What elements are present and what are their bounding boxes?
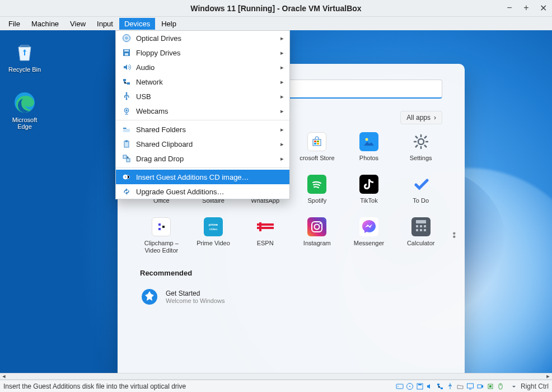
all-apps-button[interactable]: All apps›: [400, 111, 442, 124]
menu-devices[interactable]: Devices: [119, 18, 155, 30]
photos-icon: [359, 132, 378, 151]
instagram-icon: [307, 217, 326, 236]
menuitem-floppy-drives[interactable]: Floppy Drives▸: [116, 45, 289, 60]
submenu-arrow-icon: ▸: [280, 49, 284, 57]
desktop-icon-recycle-bin[interactable]: Recycle Bin: [4, 40, 45, 73]
svg-rect-61: [437, 384, 439, 385]
status-harddisk-icon[interactable]: [396, 382, 404, 390]
menu-view[interactable]: View: [65, 18, 91, 30]
menuitem-upgrade-guest-additions[interactable]: Upgrade Guest Additions…: [116, 184, 289, 199]
app-tile-calculator[interactable]: Calculator: [396, 217, 446, 254]
status-recording-icon[interactable]: [476, 382, 485, 390]
espn-icon: [256, 217, 275, 236]
app-tile-settings[interactable]: Settings: [396, 132, 446, 169]
menuitem-label: Upgrade Guest Additions…: [136, 188, 224, 196]
get-started-icon: [140, 287, 159, 306]
recommended-get-started[interactable]: Get Started Welcome to Windows: [137, 285, 446, 309]
prime-icon: primevideo: [204, 217, 223, 236]
menuitem-shared-folders[interactable]: Shared Folders▸: [116, 122, 289, 137]
app-tile-todo[interactable]: To Do: [396, 175, 446, 212]
menuitem-drag-and-drop[interactable]: Drag and Drop▸: [116, 151, 289, 166]
status-floppy-icon[interactable]: [416, 382, 424, 390]
app-tile-instagram[interactable]: Instagram: [292, 217, 342, 254]
close-button[interactable]: ✕: [537, 2, 549, 13]
menu-machine[interactable]: Machine: [26, 18, 64, 30]
recommended-heading: Recommended: [140, 269, 446, 277]
app-tile-clipchamp[interactable]: Clipchamp – Video Editor: [137, 217, 186, 254]
minimize-button[interactable]: −: [504, 2, 515, 13]
guest-display: Recycle Bin Microsoft Edge All apps› cro…: [0, 30, 552, 392]
menuitem-insert-guest-additions[interactable]: Insert Guest Additions CD image…: [116, 170, 289, 184]
upgrade-icon: [121, 186, 132, 197]
statusbar-hint: Insert the Guest Additions disk file int…: [3, 382, 186, 390]
window-controls: − + ✕: [504, 2, 549, 13]
todo-icon: [411, 175, 431, 194]
desktop-icon-microsoft-edge[interactable]: Microsoft Edge: [4, 91, 45, 130]
chevron-right-icon: ›: [434, 114, 436, 122]
menuitem-label: Audio: [136, 63, 155, 72]
menuitem-network[interactable]: Network▸: [116, 74, 289, 89]
svg-rect-60: [418, 384, 422, 385]
desktop-icon-label: Recycle Bin: [4, 66, 45, 73]
menuitem-optical-drives[interactable]: Optical Drives▸: [116, 31, 289, 45]
svg-rect-38: [124, 50, 129, 52]
menuitem-shared-clipboard[interactable]: Shared Clipboard▸: [116, 137, 289, 151]
settings-icon: [411, 132, 431, 151]
audio-icon: [121, 62, 132, 72]
clipchamp-icon: [152, 217, 171, 236]
svg-rect-51: [123, 155, 127, 158]
menuitem-label: Webcams: [136, 107, 169, 115]
svg-rect-44: [124, 97, 125, 98]
svg-rect-2: [314, 141, 316, 142]
status-optical-icon[interactable]: [406, 382, 414, 390]
status-cpu-icon[interactable]: [486, 382, 495, 390]
app-tile-photos[interactable]: Photos: [344, 132, 394, 169]
svg-text:prime: prime: [209, 223, 218, 226]
desktop-icon-label: Microsoft Edge: [4, 116, 45, 130]
status-network-icon[interactable]: [436, 382, 445, 390]
host-key-indicator[interactable]: Right Ctrl: [510, 382, 549, 390]
svg-point-36: [126, 38, 128, 39]
status-display-icon[interactable]: [466, 382, 475, 390]
submenu-arrow-icon: ▸: [280, 155, 284, 162]
menu-help[interactable]: Help: [156, 18, 181, 30]
svg-rect-63: [467, 384, 474, 388]
menuitem-audio[interactable]: Audio▸: [116, 60, 289, 74]
app-tile-spotify[interactable]: Spotify: [292, 175, 342, 212]
horizontal-scrollbar[interactable]: ◄ ►: [0, 373, 552, 380]
svg-rect-50: [125, 141, 128, 142]
app-tile-prime-video[interactable]: primevideo Prime Video: [189, 217, 238, 254]
status-audio-icon[interactable]: [426, 382, 434, 390]
app-tile-microsoft-store[interactable]: crosoft Store: [292, 132, 342, 169]
more-pages-indicator[interactable]: ••: [452, 232, 456, 239]
menuitem-usb[interactable]: USB▸: [116, 89, 289, 104]
status-usb-icon[interactable]: [446, 382, 455, 390]
app-tile-tiktok[interactable]: TikTok: [344, 175, 394, 212]
virtualbox-menubar: File Machine View Input Devices Help: [0, 17, 552, 30]
app-tile-messenger[interactable]: Messenger: [344, 217, 394, 254]
status-shared-folders-icon[interactable]: [456, 382, 465, 390]
app-tile-espn[interactable]: ESPN: [240, 217, 290, 254]
svg-rect-1: [313, 139, 321, 146]
menuitem-webcams[interactable]: Webcams▸: [116, 104, 289, 118]
submenu-arrow-icon: ▸: [280, 64, 284, 71]
messenger-icon: [359, 217, 378, 236]
svg-line-12: [415, 136, 418, 138]
svg-rect-49: [124, 141, 129, 147]
scroll-left-icon[interactable]: ◄: [0, 374, 8, 379]
svg-rect-64: [478, 385, 481, 388]
app-label: To Do: [396, 197, 446, 212]
svg-rect-55: [396, 384, 403, 389]
svg-point-7: [418, 139, 424, 144]
key-arrow-icon: [510, 382, 518, 390]
status-mouse-icon[interactable]: [497, 382, 505, 390]
scroll-right-icon[interactable]: ►: [544, 374, 552, 379]
maximize-button[interactable]: +: [521, 2, 532, 13]
svg-point-25: [315, 225, 320, 230]
menu-file[interactable]: File: [3, 18, 25, 30]
spotify-icon: [307, 175, 326, 194]
svg-rect-23: [259, 222, 261, 231]
svg-rect-48: [123, 129, 130, 132]
submenu-arrow-icon: ▸: [280, 108, 284, 115]
menu-input[interactable]: Input: [92, 18, 118, 30]
